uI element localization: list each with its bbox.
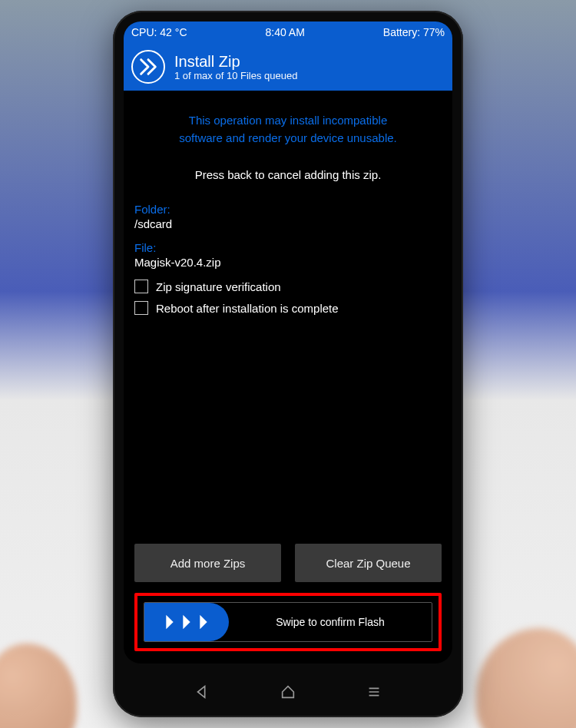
queue-status: 1 of max of 10 Files queued [174, 70, 297, 81]
battery-level: Battery: 77% [383, 26, 445, 38]
instruction-text: Press back to cancel adding this zip. [134, 168, 442, 181]
twrp-logo-icon [131, 50, 165, 84]
home-icon[interactable] [280, 683, 296, 703]
reboot-after-label: Reboot after installation is complete [156, 302, 339, 315]
main-content: This operation may install incompatible … [124, 91, 452, 663]
zip-signature-checkbox-row[interactable]: Zip signature verification [134, 280, 442, 293]
swipe-label: Swipe to confirm Flash [229, 616, 432, 628]
page-title: Install Zip [174, 53, 297, 70]
warning-text: This operation may install incompatible … [134, 112, 442, 147]
phone-frame: CPU: 42 °C 8:40 AM Battery: 77% Install … [113, 11, 463, 717]
file-label: File: [134, 241, 442, 254]
reboot-after-checkbox-row[interactable]: Reboot after installation is complete [134, 301, 442, 315]
clear-zip-queue-button[interactable]: Clear Zip Queue [295, 544, 442, 582]
swipe-highlight-box: Swipe to confirm Flash [134, 593, 442, 651]
folder-label: Folder: [134, 203, 442, 216]
zip-signature-label: Zip signature verification [156, 280, 281, 293]
folder-path: /sdcard [134, 217, 442, 230]
add-more-zips-button[interactable]: Add more Zips [134, 544, 281, 582]
menu-icon[interactable] [366, 683, 382, 703]
file-name: Magisk-v20.4.zip [134, 256, 442, 269]
cpu-temp: CPU: 42 °C [131, 26, 187, 38]
checkbox-icon [134, 301, 148, 315]
android-nav-bar [113, 683, 463, 703]
swipe-to-flash-slider[interactable]: Swipe to confirm Flash [144, 602, 432, 642]
clock: 8:40 AM [265, 26, 304, 38]
back-icon[interactable] [194, 683, 210, 703]
app-header: Install Zip 1 of max of 10 Files queued [124, 43, 452, 91]
screen: CPU: 42 °C 8:40 AM Battery: 77% Install … [124, 22, 452, 663]
swipe-handle[interactable] [144, 603, 229, 641]
checkbox-icon [134, 280, 148, 293]
status-bar: CPU: 42 °C 8:40 AM Battery: 77% [124, 22, 452, 43]
file-info: Folder: /sdcard File: Magisk-v20.4.zip Z… [134, 203, 442, 323]
